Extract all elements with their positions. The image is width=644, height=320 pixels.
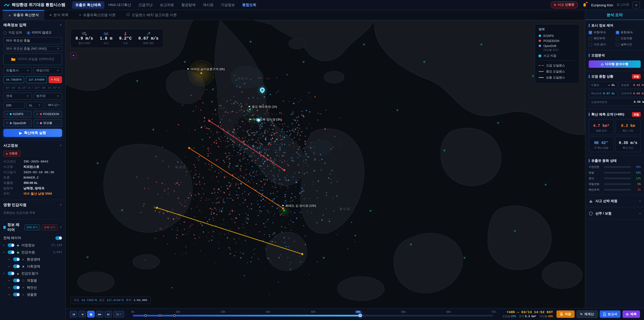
timeline-handle[interactable] [358, 314, 362, 317]
radio-image-upload[interactable]: 이미지 업로드 [27, 31, 52, 35]
timeline-tick[interactable]: 16h [176, 310, 180, 314]
skip-end-button[interactable]: ▶| [105, 311, 112, 317]
owner-insurance-section[interactable]: 선주 / 보험 ▾ [585, 207, 644, 220]
layer-toggle[interactable] [13, 257, 20, 261]
oil-fence-line[interactable] [209, 121, 284, 170]
notification-bell-button[interactable] [581, 2, 588, 8]
layer-toggle[interactable] [13, 278, 20, 282]
fence-endpoint[interactable] [208, 120, 210, 122]
vessel-spec-section[interactable]: 사고 선박 제원 ▾ [585, 195, 644, 207]
hamburger-menu-button[interactable]: ≡ [632, 2, 640, 8]
expand-icon[interactable] [3, 244, 6, 246]
layers-all-off-button[interactable]: 전체 끄기 [42, 224, 57, 230]
timeline-event-marker[interactable] [173, 314, 176, 317]
timeline-tick[interactable]: 64h [446, 310, 451, 314]
layer-toggle[interactable] [13, 286, 20, 289]
fence-endpoint[interactable] [301, 253, 304, 255]
menu-item-spill-forecast[interactable]: 유출유 확산예측 [72, 1, 104, 9]
fence-endpoint[interactable] [188, 147, 190, 149]
menu-item-weather[interactable]: 기상정보 [218, 1, 238, 9]
skip-start-button[interactable]: |◀ [70, 311, 77, 317]
layer-toggle[interactable] [13, 293, 20, 296]
expand-icon[interactable] [3, 251, 6, 253]
timeline-event-marker[interactable] [159, 314, 161, 317]
release-type-select[interactable]: 연속▼ [3, 93, 32, 100]
menu-item-aerial[interactable]: 항공탐색 [178, 1, 199, 9]
spill-amount-input[interactable] [3, 102, 25, 109]
layer-row-coastline[interactable]: ≈해안선 [0, 284, 66, 291]
model-toggle-kosps[interactable]: ✓KOSPS [3, 111, 32, 117]
spill-company-select[interactable]: 유출회사▼ [3, 67, 32, 74]
checkbox-shoreline[interactable]: 해안부착 [589, 37, 614, 41]
oil-fence-line[interactable] [157, 208, 302, 254]
layer-row-fisheries[interactable]: ◆어장정보17,129 [0, 242, 66, 249]
checkbox-current[interactable]: 유향/유속 [589, 31, 614, 35]
timeline-event-marker[interactable] [144, 314, 146, 317]
layer-toggle[interactable] [13, 264, 20, 268]
layer-row-sensitivity-eval[interactable]: ▲민감도평가 [0, 270, 66, 277]
timeline-track[interactable] [133, 315, 494, 316]
run-prediction-button[interactable]: ▶확산예측 실행 [3, 129, 62, 137]
menu-item-integrated-search[interactable]: 통합조회 [239, 1, 260, 9]
checkbox-sensitive[interactable]: 민감자원 [616, 37, 641, 41]
checkbox-datetime[interactable]: 날짜시간 [616, 43, 641, 47]
timeline-tick[interactable]: 32h [266, 310, 270, 314]
step-back-button[interactable]: ◀ [78, 311, 86, 317]
layer-row-species[interactable]: ○생물종 [0, 291, 66, 298]
master-layer-toggle[interactable] [55, 236, 62, 240]
layer-toggle[interactable] [8, 243, 14, 247]
report-button[interactable]: 보고서 [600, 310, 620, 318]
layer-row-socioeconomic[interactable]: ■사회경제 [0, 263, 66, 270]
expand-icon[interactable] [9, 293, 12, 296]
fence-endpoint[interactable] [156, 207, 158, 209]
expected-time-select[interactable]: 예상시각▼ [34, 67, 62, 74]
incident-select[interactable]: 여수 유조선 충돌 (INC-0042)▼ [3, 46, 62, 51]
tab-analysis-list[interactable]: ≡분석 목록 [44, 10, 74, 20]
map-style-button[interactable]: ● [70, 52, 76, 58]
layer-row-sensitive[interactable]: ◉민감자원3,947 [0, 249, 66, 256]
tab-diffusion-analysis[interactable]: ▲유출유 확산분석 [3, 10, 44, 20]
longitude-input[interactable] [26, 76, 47, 83]
menu-item-hns[interactable]: HNS·대기확산 [105, 1, 134, 9]
pick-on-map-button[interactable]: ⌖지도 [49, 76, 62, 83]
radio-direct-input[interactable]: 직접 입력 [3, 31, 22, 35]
checkbox-time-display[interactable]: 시간 표시 [589, 43, 614, 47]
layer-toggle[interactable] [8, 271, 14, 275]
expand-icon[interactable] [3, 272, 6, 275]
section-incident-info[interactable]: 사고정보▼ [0, 140, 66, 150]
timeline-tick[interactable]: 48h [355, 310, 362, 314]
timeline-tick[interactable]: 40h [311, 310, 316, 314]
tab-boom-algorithm-theory[interactable]: ⓘ오일펜스 배치 알고리즘 이론 [121, 10, 182, 20]
latitude-input[interactable] [3, 76, 24, 83]
layer-row-eco[interactable]: ◐환경생태 [0, 256, 66, 263]
checkbox-wind[interactable]: 풍향/풍속 [616, 31, 641, 35]
incident-name-input[interactable] [3, 37, 62, 44]
expand-icon[interactable] [9, 265, 12, 268]
menu-item-board[interactable]: 게시판 [200, 1, 217, 9]
section-predict-input[interactable]: 예측정보 입력▼ [0, 20, 66, 30]
predict-button[interactable]: ◎예측 [622, 310, 640, 318]
timeline-tick[interactable]: 72h [492, 310, 496, 314]
layers-all-on-button[interactable]: 전체 켜기 [24, 224, 40, 230]
layer-toggle[interactable] [8, 250, 14, 254]
timeline-tick[interactable]: 8h [131, 310, 134, 314]
model-toggle-poseidon[interactable]: ✓POSEIDON [34, 111, 62, 117]
model-toggle-ensemble[interactable]: ✓앙상블 [34, 119, 62, 127]
playback-speed-select[interactable]: 1x▾ [113, 311, 124, 317]
logout-button[interactable]: 로그아웃 [616, 3, 629, 7]
section-sensitive-resources[interactable]: 영향 민감자원▼ [0, 200, 66, 209]
expand-icon[interactable] [9, 286, 12, 289]
polygon-analysis-button[interactable]: ◇다각형 분석수행 [589, 60, 641, 68]
oil-type-select[interactable]: 벙커유▼ [34, 93, 62, 100]
expand-icon[interactable] [9, 258, 12, 261]
recalculate-button[interactable]: ↻재계산 [576, 310, 598, 318]
tab-model-theory[interactable]: ≈유출유확산모델 이론 [74, 10, 121, 20]
expand-icon[interactable] [9, 279, 12, 282]
menu-item-reports[interactable]: 보고자료 [157, 1, 178, 9]
layer-row-seasonal[interactable]: □계절별 [0, 277, 66, 284]
pause-button[interactable]: ▮▮ [87, 311, 94, 317]
fast-forward-button[interactable]: ▶▶ [96, 311, 103, 317]
duration-select[interactable]: 48시간▼ [45, 102, 62, 109]
menu-item-rescue[interactable]: 긴급구난 [135, 1, 156, 9]
incident-active-badge[interactable]: 사고 진행중 [551, 1, 578, 9]
